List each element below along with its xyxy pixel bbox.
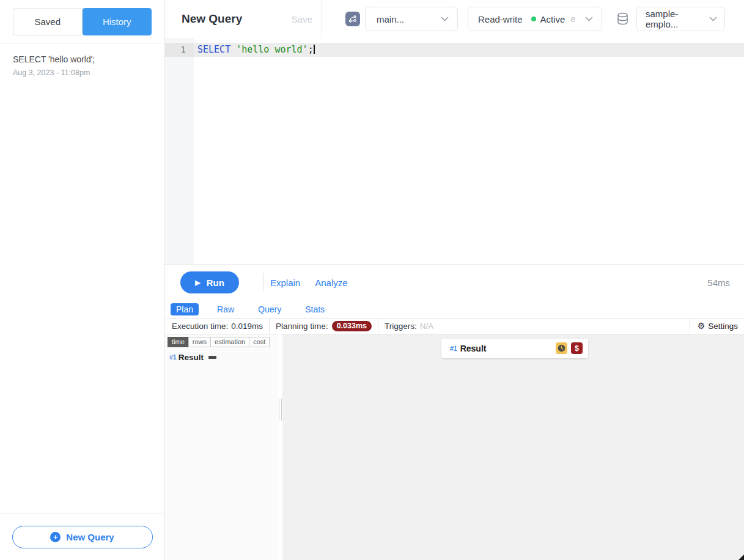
settings-label: Settings — [708, 322, 738, 331]
editor-gutter: 1 — [165, 38, 194, 264]
plan-list-item[interactable]: #1 Result — [168, 353, 278, 362]
page-title: New Query — [182, 12, 242, 26]
database-select[interactable]: sample-emplo... — [636, 7, 725, 31]
branch-select-value: main... — [377, 14, 404, 24]
plan-metric-buttons: time rows estimation cost — [168, 337, 278, 347]
history-timestamp: Aug 3, 2023 - 11:08pm — [13, 68, 152, 77]
connection-mode: Read-write — [478, 14, 523, 24]
history-list: SELECT 'hello world'; Aug 3, 2023 - 11:0… — [0, 43, 164, 514]
save-button[interactable]: Save — [292, 14, 312, 24]
gear-icon: ⚙ — [698, 322, 705, 330]
explain-button[interactable]: Explain — [270, 278, 300, 288]
splitter-handle-icon — [279, 399, 282, 421]
editor-code-area[interactable]: SELECT 'hello world'; — [194, 38, 744, 264]
result-tabs: Plan Raw Query Stats — [165, 301, 744, 318]
sql-string: 'hello world' — [236, 44, 308, 55]
metric-rows-button[interactable]: rows — [188, 337, 211, 347]
text-cursor — [314, 45, 315, 54]
time-badge — [556, 342, 567, 354]
tab-history[interactable]: History — [83, 8, 152, 35]
saved-history-toggle: Saved History — [13, 8, 152, 35]
database-select-value: sample-emplo... — [646, 9, 709, 29]
tab-plan[interactable]: Plan — [171, 303, 199, 315]
triggers: Triggers: N/A — [378, 319, 440, 334]
execution-time: Execution time: 0.019ms — [165, 319, 270, 334]
play-icon: ▶ — [195, 279, 200, 286]
plan-area: time rows estimation cost #1 Result #1 R… — [165, 334, 744, 560]
topbar: New Query Save main... Read-write — [165, 0, 744, 38]
query-duration: 54ms — [707, 278, 730, 288]
dollar-icon: $ — [575, 344, 579, 353]
branch-icon-button[interactable] — [345, 12, 360, 26]
window-resize-handle[interactable] — [738, 554, 744, 560]
metric-time-button[interactable]: time — [168, 337, 189, 347]
app-window: Saved History SELECT 'hello world'; Aug … — [0, 0, 744, 560]
panel-splitter[interactable] — [278, 334, 282, 560]
history-list-item[interactable]: SELECT 'hello world'; Aug 3, 2023 - 11:0… — [0, 43, 164, 84]
metric-estimation-button[interactable]: estimation — [210, 337, 249, 347]
connection-status: Active — [540, 14, 565, 24]
run-label: Run — [207, 278, 224, 288]
sidebar: Saved History SELECT 'hello world'; Aug … — [0, 0, 165, 560]
node-id: #1 — [450, 345, 457, 352]
plan-status-bar: Execution time: 0.019ms Planning time: 0… — [165, 318, 744, 334]
sql-punctuation: ; — [308, 44, 314, 55]
execution-time-label: Execution time: — [172, 322, 228, 331]
query-title-area: New Query Save — [165, 0, 322, 38]
database-icon — [616, 12, 629, 26]
plus-icon: + — [50, 532, 61, 542]
sidebar-header: Saved History — [0, 0, 164, 43]
toolbar: main... Read-write Active e — [322, 0, 744, 38]
sql-editor[interactable]: 1 SELECT 'hello world'; — [165, 38, 744, 264]
chevron-down-icon — [441, 17, 449, 21]
plan-item-name: Result — [179, 353, 204, 362]
node-badges: $ — [556, 342, 583, 354]
run-bar: ▶ Run Explain Analyze 54ms — [165, 264, 744, 301]
clock-icon — [558, 344, 565, 352]
plan-diagram: #1 Result $ — [282, 334, 744, 560]
plan-node-list: time rows estimation cost #1 Result — [165, 334, 278, 560]
metric-cost-button[interactable]: cost — [249, 337, 270, 347]
code-line: SELECT 'hello world'; — [194, 43, 744, 57]
settings-button[interactable]: ⚙ Settings — [690, 319, 744, 334]
branch-icon — [348, 15, 357, 23]
planning-time-badge: 0.033ms — [332, 321, 372, 331]
triggers-value: N/A — [420, 322, 434, 331]
triggers-label: Triggers: — [385, 322, 417, 331]
chevron-down-icon — [709, 17, 717, 21]
connection-select[interactable]: Read-write Active e — [468, 7, 602, 31]
branch-select[interactable]: main... — [365, 7, 458, 31]
sql-keyword: SELECT — [197, 44, 236, 55]
main-panel: New Query Save main... Read-write — [165, 0, 744, 560]
line-number: 1 — [165, 43, 194, 57]
plan-item-id: #1 — [169, 353, 177, 361]
plan-item-bar — [208, 356, 216, 359]
planning-time-label: Planning time: — [276, 322, 328, 331]
planning-time: Planning time: 0.033ms — [270, 319, 378, 334]
execution-time-value: 0.019ms — [231, 322, 263, 331]
tab-query[interactable]: Query — [252, 303, 287, 315]
new-query-button[interactable]: + New Query — [12, 526, 153, 548]
sidebar-footer: + New Query — [0, 514, 164, 560]
tab-raw[interactable]: Raw — [212, 303, 240, 315]
node-name: Result — [460, 344, 487, 353]
cost-badge: $ — [571, 342, 583, 354]
plan-node-result[interactable]: #1 Result $ — [441, 339, 588, 358]
tab-stats[interactable]: Stats — [300, 303, 330, 315]
analyze-button[interactable]: Analyze — [315, 278, 347, 288]
status-dot-icon — [531, 17, 536, 21]
chevron-down-icon — [585, 17, 593, 21]
history-query-text: SELECT 'hello world'; — [13, 54, 152, 64]
connection-extra: e — [570, 14, 575, 24]
divider — [263, 273, 263, 292]
run-button[interactable]: ▶ Run — [180, 271, 239, 293]
new-query-label: New Query — [66, 532, 114, 542]
tab-saved[interactable]: Saved — [13, 8, 83, 35]
